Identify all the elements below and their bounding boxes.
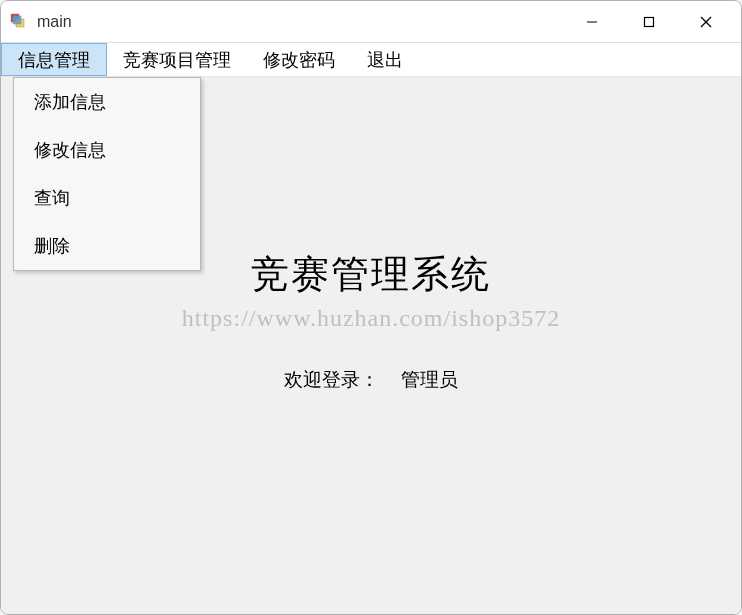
maximize-icon (642, 15, 656, 29)
close-button[interactable] (678, 2, 733, 42)
menubar: 信息管理 竞赛项目管理 修改密码 退出 (1, 43, 741, 77)
maximize-button[interactable] (621, 2, 676, 42)
minimize-button[interactable] (564, 2, 619, 42)
menu-info-manage[interactable]: 信息管理 (1, 43, 107, 76)
svg-rect-4 (644, 17, 653, 26)
menu-exit[interactable]: 退出 (351, 43, 419, 76)
titlebar: main (1, 1, 741, 43)
app-icon (9, 12, 29, 32)
close-icon (699, 15, 713, 29)
menu-contest-manage[interactable]: 竞赛项目管理 (107, 43, 247, 76)
dropdown-item-delete[interactable]: 删除 (14, 222, 200, 270)
minimize-icon (585, 15, 599, 29)
menu-change-password[interactable]: 修改密码 (247, 43, 351, 76)
welcome-row: 欢迎登录： 管理员 (1, 367, 741, 393)
dropdown-item-edit[interactable]: 修改信息 (14, 126, 200, 174)
window-title: main (37, 13, 564, 31)
dropdown-item-add[interactable]: 添加信息 (14, 78, 200, 126)
welcome-user: 管理员 (401, 369, 458, 390)
welcome-label: 欢迎登录： (284, 369, 379, 390)
app-window: main 信息管理 竞赛项目管理 修改密码 退出 (0, 0, 742, 615)
window-controls (564, 2, 733, 42)
dropdown-menu: 添加信息 修改信息 查询 删除 (13, 77, 201, 271)
dropdown-item-query[interactable]: 查询 (14, 174, 200, 222)
svg-rect-2 (13, 16, 21, 24)
watermark-text: https://www.huzhan.com/ishop3572 (1, 305, 741, 332)
